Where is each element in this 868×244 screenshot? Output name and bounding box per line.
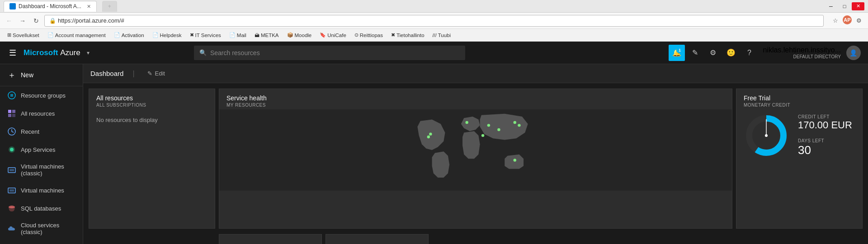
tab-favicon — [9, 3, 16, 9]
svg-point-20 — [497, 128, 500, 131]
free-trial-title: Free Trial — [744, 94, 855, 102]
bookmark-unicafe[interactable]: 🔖 UniCafe — [316, 31, 350, 39]
bookmark-account-mgmt[interactable]: 📄 Account management — [44, 31, 109, 39]
mountain-icon: 🏔 — [255, 33, 259, 38]
search-box[interactable]: 🔍 Search resources — [194, 46, 465, 60]
bookmark-moodle[interactable]: 📦 Moodle — [283, 31, 316, 39]
svg-rect-12 — [9, 189, 14, 192]
doc-icon2: 📄 — [114, 32, 120, 38]
dashboard-header: Dashboard | ✎ Edit — [83, 64, 868, 83]
svg-point-22 — [514, 159, 516, 161]
minimize-button[interactable]: ─ — [825, 2, 837, 10]
credit-donut-chart — [744, 113, 789, 158]
bookmark-label: Account management — [55, 33, 106, 38]
sidebar-item-cloud[interactable]: Cloud services (classic) — [0, 217, 83, 240]
plus-icon: ＋ — [7, 70, 16, 80]
svg-rect-2 — [8, 110, 11, 113]
marketplace-tile[interactable]: Marketplace — [219, 234, 322, 244]
sidebar-label: Virtual machines — [21, 187, 64, 194]
box-icon: 📦 — [287, 32, 293, 38]
svg-rect-3 — [12, 110, 15, 113]
dashboard: Dashboard | ✎ Edit All resources ALL SUB… — [83, 64, 868, 244]
bookmark-reittiopas[interactable]: ⊙ Reittiopas — [351, 31, 387, 39]
apps-icon: ⊞ — [7, 32, 11, 38]
resource-groups-icon — [7, 91, 16, 100]
search-icon: 🔍 — [199, 49, 207, 56]
vm-icon — [7, 186, 16, 195]
reload-button[interactable]: ↻ — [31, 15, 42, 26]
bookmark-label: Reittiopas — [360, 33, 383, 38]
help-support-tile[interactable]: Help + support — [326, 234, 429, 244]
sidebar-label: App Services — [21, 146, 56, 153]
search-placeholder: Search resources — [210, 49, 260, 56]
feedback-button[interactable]: 🙂 — [723, 45, 739, 61]
svg-point-18 — [514, 121, 516, 124]
sidebar-item-resource-groups[interactable]: Resource groups — [0, 86, 83, 104]
bookmark-helpdesk[interactable]: 📄 Helpdesk — [149, 31, 185, 39]
forward-button[interactable]: → — [17, 15, 28, 26]
close-button[interactable]: ✕ — [852, 2, 864, 10]
tab-close-button[interactable]: ✕ — [87, 4, 91, 9]
azure-logo: Microsoft Azure — [24, 48, 80, 57]
sidebar: ＋ New Resource groups All resources Rec — [0, 64, 83, 244]
inactive-tab[interactable]: + — [102, 1, 117, 12]
doc-icon3: 📄 — [152, 32, 159, 38]
sidebar-label: SQL databases — [21, 205, 61, 212]
help-button[interactable]: ? — [741, 45, 757, 61]
edit-dashboard-button[interactable]: ✎ — [687, 45, 703, 61]
settings-btn[interactable]: ⚙ — [854, 15, 864, 26]
bookmark-tuubi[interactable]: /// Tuubi — [429, 32, 455, 39]
browser-actions: ☆ AP ⚙ — [830, 15, 864, 26]
service-health-header: Service health MY RESOURCES — [219, 89, 732, 109]
bookmarks-bar: ⊞ Sovellukset 📄 Account management 📄 Act… — [0, 29, 868, 42]
x-icon: ✖ — [190, 32, 194, 38]
world-map — [219, 109, 732, 191]
bookmark-it-services[interactable]: ✖ IT Services — [186, 31, 225, 39]
edit-button[interactable]: ✎ Edit — [144, 68, 169, 79]
sidebar-item-sql[interactable]: SQL databases — [0, 199, 83, 217]
bookmark-tietohallinto[interactable]: ✖ Tietohallinto — [387, 31, 428, 39]
top-nav: ☰ Microsoft Azure ▾ 🔍 Search resources 🔔… — [0, 42, 868, 64]
hamburger-menu-button[interactable]: ☰ — [7, 46, 18, 60]
user-profile-btn[interactable]: AP — [843, 15, 852, 24]
user-info[interactable]: niklas.lehtinen.inssityo... DEFAULT DIRE… — [763, 46, 841, 59]
dashboard-title: Dashboard — [90, 70, 123, 77]
bookmark-star[interactable]: ☆ — [830, 15, 841, 26]
azure-text: Azure — [60, 48, 80, 57]
active-tab[interactable]: Dashboard - Microsoft A... ✕ — [4, 1, 97, 12]
sidebar-label: Cloud services (classic) — [21, 222, 75, 235]
sidebar-item-vm-classic[interactable]: Virtual machines (classic) — [0, 159, 83, 181]
inactive-tab-label: + — [108, 3, 111, 9]
user-avatar[interactable]: 👤 — [846, 46, 861, 60]
address-bar: ← → ↻ 🔒 https://portal.azure.com/# ☆ AP … — [0, 13, 868, 29]
free-trial-sub: MONETARY CREDIT — [744, 103, 855, 108]
bookmark-metka[interactable]: 🏔 METKA — [251, 32, 283, 39]
days-label: DAYS LEFT — [798, 138, 852, 143]
bookmark-mail[interactable]: 📄 Mail — [226, 31, 250, 39]
bookmark-label: Moodle — [295, 33, 312, 38]
sidebar-item-app-services[interactable]: App Services — [0, 141, 83, 159]
browser-chrome: Dashboard - Microsoft A... ✕ + ─ □ ✕ ← →… — [0, 0, 868, 42]
bookmark-activation[interactable]: 📄 Activation — [110, 31, 148, 39]
sidebar-item-vm[interactable]: Virtual machines — [0, 181, 83, 199]
bookmark-label: IT Services — [195, 33, 221, 38]
back-button[interactable]: ← — [4, 15, 14, 26]
sidebar-item-all-resources[interactable]: All resources — [0, 104, 83, 122]
user-name: niklas.lehtinen.inssityo... — [763, 46, 841, 54]
all-resources-tile: All resources ALL SUBSCRIPTIONS No resou… — [89, 89, 215, 229]
svg-point-14 — [429, 132, 432, 135]
circle-icon: ⊙ — [354, 32, 359, 38]
days-value: 30 — [798, 143, 852, 157]
settings-button[interactable]: ⚙ — [705, 45, 721, 61]
sidebar-item-recent[interactable]: Recent — [0, 122, 83, 141]
notifications-button[interactable]: 🔔 1 — [669, 45, 685, 61]
title-bar: Dashboard - Microsoft A... ✕ + ─ □ ✕ — [0, 0, 868, 13]
avatar-placeholder: 👤 — [849, 49, 857, 56]
url-bar[interactable]: 🔒 https://portal.azure.com/# — [44, 15, 824, 27]
donut-container: CREDIT LEFT 170.00 EUR DAYS LEFT 30 — [736, 109, 862, 165]
new-button[interactable]: ＋ New — [0, 64, 83, 86]
maximize-button[interactable]: □ — [838, 2, 851, 10]
bookmark-sovellukset[interactable]: ⊞ Sovellukset — [4, 31, 43, 39]
svg-point-17 — [487, 124, 490, 127]
bookmark-label: Activation — [122, 33, 144, 38]
